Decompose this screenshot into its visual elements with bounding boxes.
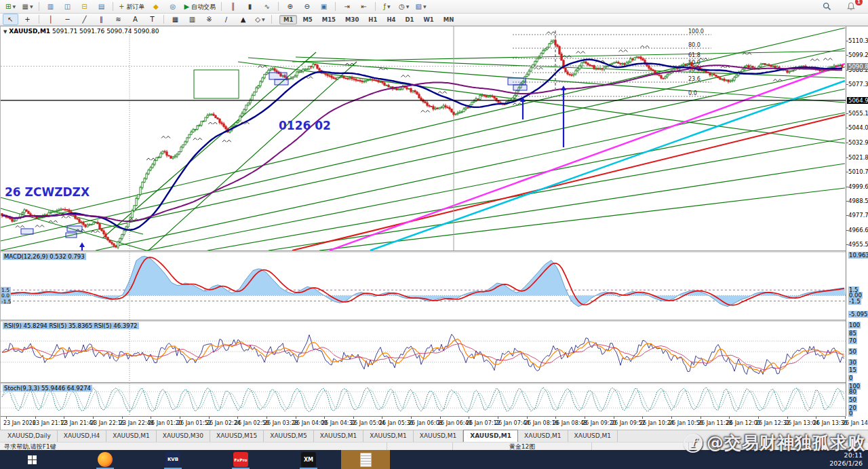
market-watch-icon: ▥: [47, 2, 54, 12]
rsi-indicator-label[interactable]: RSI(9) 45.8294 RSI(5) 35.8365 RSI(5) 46.…: [3, 322, 139, 329]
time-tick: [816, 417, 816, 419]
stoch-indicator-canvas[interactable]: [1, 383, 846, 416]
data-window-button[interactable]: ◫: [60, 1, 75, 12]
chart-tab-2[interactable]: XAUUSD,M1: [106, 430, 157, 442]
terminal-button[interactable]: ▤: [94, 1, 109, 12]
auto-scroll-button[interactable]: ⇥: [339, 1, 355, 12]
notifications-button[interactable]: 1: [843, 1, 859, 12]
tool-objects-list-button[interactable]: ▥: [184, 14, 200, 25]
tool-trendline-button[interactable]: ╱: [77, 14, 92, 25]
profiles-button[interactable]: ▦▼: [20, 1, 35, 12]
price-scale[interactable]: 5110.305099.205088.205077.305055.105044.…: [846, 26, 868, 416]
shapes-icon: ◇: [255, 15, 260, 24]
main-price-chart-canvas[interactable]: 100.080.061.850.038.223.60.026 ZCWZDZX01…: [1, 26, 846, 250]
time-tick: [180, 417, 180, 419]
periods-button[interactable]: ◷▼: [396, 1, 412, 12]
timeframe-mn-button[interactable]: MN: [439, 15, 458, 24]
templates-button[interactable]: ▧▼: [413, 1, 429, 12]
chart-bars-button[interactable]: ║: [225, 1, 241, 12]
tool-angle-tool-button[interactable]: ∕: [218, 14, 234, 25]
macd-indicator-label[interactable]: MACD(12,26,9) 0.532 0.793: [3, 253, 86, 260]
chart-tab-0[interactable]: XAUUSD,Daily: [1, 430, 58, 442]
chart-tab-10[interactable]: XAUUSD,M1: [518, 430, 568, 442]
rsi-scale-label: 30: [848, 359, 857, 366]
notepad-icon: [360, 453, 372, 467]
timeframe-m1-button[interactable]: M1: [279, 15, 297, 24]
tool-shapes-button[interactable]: ◇▼: [252, 14, 268, 25]
tool-crosshair-button[interactable]: +: [20, 14, 35, 25]
rsi-scale-label: 15: [848, 367, 857, 373]
tool-crosshair-large-button[interactable]: ※: [201, 14, 217, 25]
metaeditor-button[interactable]: ◆: [148, 1, 163, 12]
rsi-indicator-canvas[interactable]: [1, 321, 846, 382]
timeframe-m5-button[interactable]: M5: [298, 15, 316, 24]
search-button[interactable]: [819, 1, 835, 12]
timeframe-m30-button[interactable]: M30: [341, 15, 363, 24]
tool-text-label-button[interactable]: T: [144, 14, 160, 25]
navigator-button[interactable]: ⊟: [77, 1, 92, 12]
autotrading-label: 自动交易: [191, 2, 216, 12]
tool-text-button[interactable]: A: [127, 14, 143, 25]
tool-cursor-button[interactable]: ↖: [3, 14, 18, 25]
chart-window[interactable]: ▼ XAUUSD,M1 5091.71 5091.76 5090.74 5090…: [0, 26, 868, 430]
market-watch-button[interactable]: ▥: [43, 1, 58, 12]
timeframe-w1-button[interactable]: W1: [419, 15, 437, 24]
fxpro-icon: FxPro: [233, 452, 248, 467]
tool-vertical-line-button[interactable]: │: [43, 14, 58, 25]
time-tick: [267, 417, 267, 419]
new-chart-button[interactable]: ⊞▼: [3, 1, 18, 12]
timeframe-h4-button[interactable]: H4: [382, 15, 399, 24]
time-tick: [701, 417, 701, 419]
chart-tab-11[interactable]: XAUUSD,M1: [568, 430, 618, 442]
dropdown-caret-icon: ▼: [423, 2, 427, 12]
zoom-out-button[interactable]: ⊖: [299, 1, 315, 12]
timeframe-m15-button[interactable]: M15: [318, 15, 340, 24]
taskbar-kvb-button[interactable]: KVB: [153, 450, 193, 469]
chart-shift-icon: ⇤: [361, 2, 366, 12]
start-button[interactable]: [0, 450, 64, 469]
toolbar-right-icons: 1: [818, 1, 866, 12]
time-tick: [440, 417, 441, 419]
new-order-label: 新订单: [126, 2, 144, 12]
macd-indicator-canvas[interactable]: 1.50.0-1.5: [1, 252, 846, 320]
tile-windows-button[interactable]: ▣: [316, 1, 332, 12]
autotrading-button[interactable]: ▶自动交易: [182, 1, 218, 12]
chart-tab-7[interactable]: XAUUSD,M1: [363, 430, 414, 442]
taskbar-app-buttons: KVBFxProXM: [125, 450, 329, 469]
tool-arrow-objects-button[interactable]: ▲: [235, 14, 251, 25]
chart-tab-8[interactable]: XAUUSD,M1: [414, 430, 464, 442]
time-tick: [671, 417, 672, 419]
chart-line-button[interactable]: ∿: [259, 1, 275, 12]
chart-tab-9[interactable]: XAUUSD,M1: [463, 430, 518, 443]
stoch-indicator-label[interactable]: Stoch(9,3,3) 55.9446 64.9274: [3, 385, 92, 392]
timeframe-d1-button[interactable]: D1: [401, 15, 418, 24]
price-tick-label: 5055.10: [848, 110, 868, 117]
tool-grid-button[interactable]: ▦: [167, 14, 183, 25]
chart-tab-1[interactable]: XAUUSD,H4: [58, 430, 107, 442]
price-tick-label: 5044.00: [848, 124, 868, 131]
chart-tab-3[interactable]: XAUUSD,M30: [157, 430, 210, 442]
chart-tab-5[interactable]: XAUUSD,M5: [264, 430, 314, 442]
new-order-button[interactable]: +新订单: [117, 1, 146, 12]
experts-button[interactable]: ◎: [165, 1, 180, 12]
zoom-in-button[interactable]: ⊕: [282, 1, 298, 12]
indicators-button[interactable]: ƒ▼: [379, 1, 395, 12]
timeframe-h1-button[interactable]: H1: [364, 15, 381, 24]
tool-horizontal-line-button[interactable]: ─: [60, 14, 75, 25]
taskbar-notepad-button[interactable]: [341, 450, 390, 469]
indicators-icon: ƒ: [384, 2, 387, 12]
chart-tab-4[interactable]: XAUUSD,M15: [210, 430, 264, 442]
tool-fibonacci-button[interactable]: ≋: [111, 14, 126, 25]
time-axis[interactable]: 23 Jan 202623 Jan 21:1223 Jan 21:4423 Ja…: [1, 416, 846, 431]
tool-equidistant-channel-button[interactable]: ∥: [94, 14, 109, 25]
chart-candles-button[interactable]: ▮: [242, 1, 258, 12]
chart-shift-button[interactable]: ⇤: [356, 1, 372, 12]
bid-price-box: 5090.80: [847, 63, 868, 70]
angle-tool-icon: ∕: [225, 15, 227, 24]
taskbar-xm-button[interactable]: XM: [288, 450, 329, 469]
time-tick: [758, 417, 759, 419]
chart-tab-6[interactable]: XAUUSD,M1: [314, 430, 364, 442]
taskbar-browser-button[interactable]: [85, 450, 125, 469]
cursor-icon: ↖: [7, 15, 13, 24]
taskbar-fxpro-button[interactable]: FxPro: [220, 450, 261, 469]
